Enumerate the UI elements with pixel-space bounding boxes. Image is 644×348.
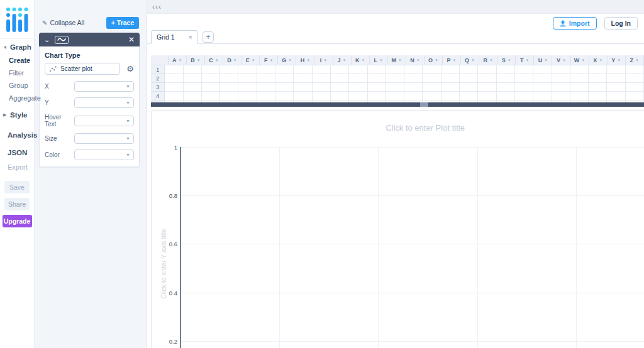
grid-cell-r4[interactable] bbox=[478, 92, 496, 101]
grid-column-header-i[interactable]: I▼ bbox=[314, 55, 333, 65]
grid-cell-p1[interactable] bbox=[441, 65, 460, 74]
grid-cell-i2[interactable] bbox=[313, 74, 331, 83]
grid-cell-g3[interactable] bbox=[275, 83, 294, 92]
grid-cell-h1[interactable] bbox=[294, 65, 312, 74]
grid-cell-t2[interactable] bbox=[515, 74, 533, 83]
grid-column-header-f[interactable]: F▼ bbox=[260, 55, 278, 65]
sidebar-group-graph[interactable]: ▼ Graph bbox=[0, 39, 34, 54]
grid-cell-e4[interactable] bbox=[238, 92, 257, 101]
grid-cell-j2[interactable] bbox=[331, 74, 349, 83]
grid-cell-z2[interactable] bbox=[626, 74, 644, 83]
grid-cell-e3[interactable] bbox=[238, 83, 257, 92]
grid-column-header-d[interactable]: D▼ bbox=[223, 55, 242, 65]
grid-cell-p4[interactable] bbox=[441, 92, 460, 101]
grid-cell-r3[interactable] bbox=[478, 83, 496, 92]
grid-cell-d3[interactable] bbox=[220, 83, 238, 92]
grid-cell-v4[interactable] bbox=[552, 92, 570, 101]
grid-cell-o4[interactable] bbox=[423, 92, 441, 101]
sidebar-item-analysis[interactable]: Analysis bbox=[0, 127, 34, 142]
grid-column-header-j[interactable]: J▼ bbox=[333, 55, 352, 65]
grid-column-header-z[interactable]: Z▼ bbox=[626, 55, 644, 65]
grid-column-header-o[interactable]: O▼ bbox=[425, 55, 443, 65]
grid-cell-k1[interactable] bbox=[349, 65, 367, 74]
grid-cell-g2[interactable] bbox=[275, 74, 294, 83]
grid-cell-y1[interactable] bbox=[607, 65, 625, 74]
grid-cell-s3[interactable] bbox=[497, 83, 515, 92]
grid-cell-n3[interactable] bbox=[404, 83, 423, 92]
grid-cell-i3[interactable] bbox=[313, 83, 331, 92]
grid-cell-c2[interactable] bbox=[202, 74, 220, 83]
save-button[interactable]: Save bbox=[4, 181, 30, 193]
login-button[interactable]: Log In bbox=[604, 17, 638, 30]
grid-horizontal-scrollbar[interactable] bbox=[151, 102, 644, 107]
grid-cell-z1[interactable] bbox=[626, 65, 644, 74]
plot-title-placeholder[interactable]: Click to enter Plot title bbox=[386, 123, 465, 133]
grid-column-header-q[interactable]: Q▼ bbox=[461, 55, 479, 65]
grid-cell-c4[interactable] bbox=[202, 92, 220, 101]
grid-column-header-b[interactable]: B▼ bbox=[187, 55, 205, 65]
grid-column-header-k[interactable]: K▼ bbox=[352, 55, 370, 65]
grid-cell-t4[interactable] bbox=[515, 92, 533, 101]
grid-column-header-c[interactable]: C▼ bbox=[205, 55, 223, 65]
grid-cell-g1[interactable] bbox=[275, 65, 294, 74]
grid-cell-f3[interactable] bbox=[257, 83, 275, 92]
grid-cell-m4[interactable] bbox=[386, 92, 404, 101]
grid-cell-n2[interactable] bbox=[404, 74, 423, 83]
grid-cell-n1[interactable] bbox=[404, 65, 423, 74]
grid-cell-c1[interactable] bbox=[202, 65, 220, 74]
grid-column-header-h[interactable]: H▼ bbox=[296, 55, 314, 65]
grid-cell-f2[interactable] bbox=[257, 74, 275, 83]
grid-cell-q2[interactable] bbox=[460, 74, 478, 83]
grid-column-header-u[interactable]: U▼ bbox=[534, 55, 552, 65]
sidebar-item-filter[interactable]: Filter bbox=[0, 67, 34, 79]
grid-column-header-v[interactable]: V▼ bbox=[552, 55, 570, 65]
grid-cell-i1[interactable] bbox=[313, 65, 331, 74]
grid-cell-l3[interactable] bbox=[368, 83, 386, 92]
grid-cell-b1[interactable] bbox=[184, 65, 202, 74]
grid-cell-t3[interactable] bbox=[515, 83, 533, 92]
grid-cell-l4[interactable] bbox=[368, 92, 386, 101]
grid-cell-j4[interactable] bbox=[331, 92, 349, 101]
grid-column-header-w[interactable]: W▼ bbox=[571, 55, 589, 65]
grid-cell-u3[interactable] bbox=[533, 83, 552, 92]
grid-cell-m1[interactable] bbox=[386, 65, 404, 74]
sidebar-item-export[interactable]: Export bbox=[0, 161, 34, 173]
grid-cell-w2[interactable] bbox=[570, 74, 589, 83]
grid-cell-y2[interactable] bbox=[607, 74, 625, 83]
grid-cell-x2[interactable] bbox=[589, 74, 607, 83]
grid-cell-z3[interactable] bbox=[626, 83, 644, 92]
grid-cell-e2[interactable] bbox=[238, 74, 257, 83]
grid-cell-r1[interactable] bbox=[478, 65, 496, 74]
grid-cell-h4[interactable] bbox=[294, 92, 312, 101]
grid-cell-w3[interactable] bbox=[570, 83, 589, 92]
grid-cell-a2[interactable] bbox=[165, 74, 183, 83]
grid-cell-f4[interactable] bbox=[257, 92, 275, 101]
tab-grid-1[interactable]: Grid 1 × bbox=[151, 30, 198, 44]
close-icon[interactable]: ✕ bbox=[128, 35, 135, 44]
grid-cell-i4[interactable] bbox=[313, 92, 331, 101]
grid-cell-u4[interactable] bbox=[533, 92, 552, 101]
grid-cell-u2[interactable] bbox=[533, 74, 552, 83]
grid-cell-e1[interactable] bbox=[238, 65, 257, 74]
chevron-down-icon[interactable]: ⌄ bbox=[44, 36, 50, 43]
grid-cell-n4[interactable] bbox=[404, 92, 423, 101]
sidebar-item-json[interactable]: JSON bbox=[0, 144, 34, 160]
grid-column-header-n[interactable]: N▼ bbox=[406, 55, 425, 65]
grid-column-header-r[interactable]: R▼ bbox=[479, 55, 497, 65]
grid-cell-k4[interactable] bbox=[349, 92, 367, 101]
add-trace-button[interactable]: + Trace bbox=[106, 17, 139, 29]
grid-cell-j3[interactable] bbox=[331, 83, 349, 92]
add-grid-tab-button[interactable]: + bbox=[203, 31, 214, 43]
grid-cell-w1[interactable] bbox=[570, 65, 589, 74]
grid-cell-o3[interactable] bbox=[423, 83, 441, 92]
grid-cell-l2[interactable] bbox=[368, 74, 386, 83]
sidebar-item-create[interactable]: Create bbox=[0, 54, 34, 67]
grid-cell-h2[interactable] bbox=[294, 74, 312, 83]
grid-cell-q1[interactable] bbox=[460, 65, 478, 74]
grid-column-header-y[interactable]: Y▼ bbox=[608, 55, 626, 65]
grid-cell-m2[interactable] bbox=[386, 74, 404, 83]
grid-cell-y3[interactable] bbox=[607, 83, 625, 92]
grid-cell-h3[interactable] bbox=[294, 83, 312, 92]
grid-cell-q4[interactable] bbox=[460, 92, 478, 101]
import-button[interactable]: Import bbox=[553, 17, 597, 30]
